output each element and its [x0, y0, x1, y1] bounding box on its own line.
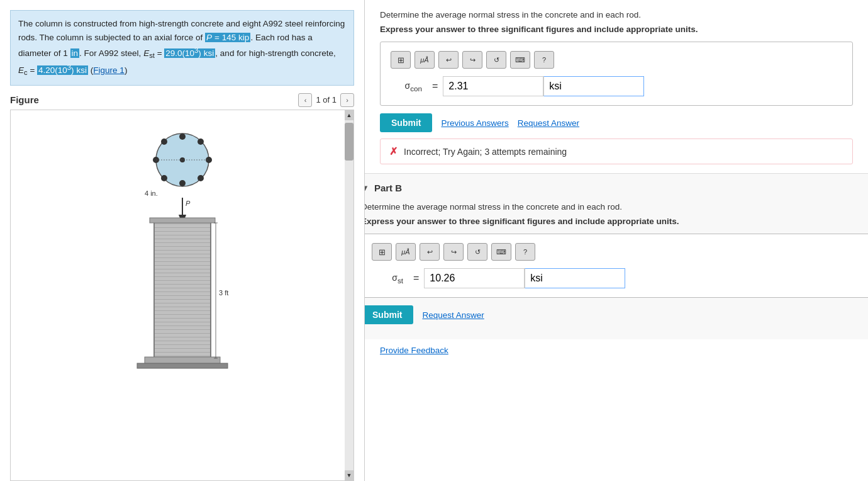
ksi2-highlight: ksi	[75, 65, 89, 75]
part-b-equals: =	[413, 273, 419, 284]
part-b-submit-btn[interactable]: Submit	[365, 305, 413, 324]
part-b-mu-tool-btn[interactable]: μÅ	[396, 243, 416, 261]
equals-highlight: =	[213, 33, 221, 42]
part-b-refresh-btn[interactable]: ↺	[467, 243, 487, 261]
part-b-description: Determine the average normal stress in t…	[365, 202, 868, 212]
part-a-submit-btn[interactable]: Submit	[380, 113, 432, 132]
part-b-undo-btn[interactable]: ↩	[420, 243, 440, 261]
part-a-sigma-label: σcon	[391, 81, 422, 93]
svg-point-4	[198, 175, 204, 181]
scroll-down-btn[interactable]: ▼	[345, 470, 353, 480]
figure-nav-text: 1 of 1	[316, 95, 337, 105]
svg-point-1	[179, 133, 186, 140]
part-a-submit-row: Submit Previous Answers Request Answer	[380, 113, 853, 132]
svg-point-8	[161, 139, 167, 145]
part-a-express-note: Express your answer to three significant…	[380, 25, 853, 34]
part-b-keyboard-btn[interactable]: ⌨	[491, 243, 511, 261]
part-b-redo-btn[interactable]: ↪	[443, 243, 464, 261]
right-panel: Determine the average normal stress in t…	[365, 0, 868, 481]
svg-point-2	[198, 139, 204, 145]
error-box: ✗ Incorrect; Try Again; 3 attempts remai…	[380, 139, 853, 164]
value-highlight: 145 kip	[221, 33, 251, 42]
scroll-track: ▲ ▼	[345, 110, 353, 480]
part-b-sigma-label: σst	[372, 273, 403, 285]
part-b-express-note: Express your answer to three significant…	[365, 217, 868, 226]
est-highlight: 29.0(103)	[164, 48, 203, 58]
error-icon: ✗	[389, 145, 398, 157]
keyboard-btn[interactable]: ⌨	[510, 51, 530, 69]
svg-rect-19	[150, 218, 215, 223]
figure-next-btn[interactable]: ›	[340, 93, 354, 107]
in-highlight: in	[70, 48, 80, 58]
part-b-input-row: σst =	[372, 268, 861, 288]
prev-answers-link[interactable]: Previous Answers	[441, 118, 508, 128]
mu-tool-btn[interactable]: μÅ	[415, 51, 435, 69]
redo-btn[interactable]: ↪	[462, 51, 482, 69]
part-b-answer-input[interactable]	[424, 268, 525, 288]
help-btn[interactable]: ?	[534, 51, 554, 69]
part-b-toolbar: ⊞ μÅ ↩ ↪ ↺ ⌨ ?	[372, 243, 861, 261]
figure-title: Figure	[10, 94, 39, 105]
part-b-title: Part B	[374, 183, 402, 193]
error-message: Incorrect; Try Again; 3 attempts remaini…	[404, 147, 567, 157]
part-a-description: Determine the average normal stress in t…	[380, 10, 853, 20]
svg-point-5	[179, 180, 186, 186]
ec-highlight: 4.20(103)	[37, 65, 75, 75]
figure-container: ▲ ▼	[10, 110, 354, 481]
svg-text:4 in.: 4 in.	[145, 190, 158, 197]
part-b-section: ▼ Part B Determine the average normal st…	[365, 173, 868, 339]
svg-point-6	[161, 175, 167, 181]
column-figure-svg: 4 in. P	[82, 125, 283, 390]
scroll-thumb[interactable]	[345, 123, 353, 161]
part-b-collapse-icon[interactable]: ▼	[365, 183, 369, 193]
part-b-header: ▼ Part B	[365, 183, 868, 193]
svg-rect-21	[137, 363, 228, 368]
part-b-submit-row: Submit Request Answer	[365, 305, 868, 324]
refresh-btn[interactable]: ↺	[486, 51, 506, 69]
part-a-input-row: σcon =	[391, 76, 842, 96]
part-b-unit-input[interactable]	[525, 268, 625, 288]
part-b-grid-tool-btn[interactable]: ⊞	[372, 243, 392, 261]
part-b-answer-box: ⊞ μÅ ↩ ↪ ↺ ⌨ ? σst =	[365, 234, 868, 298]
grid-tool-btn[interactable]: ⊞	[391, 51, 411, 69]
problem-text: The column is constructed from high-stre…	[10, 10, 354, 86]
undo-btn[interactable]: ↩	[438, 51, 459, 69]
part-b-wrapper: ▼ Part B Determine the average normal st…	[365, 173, 868, 339]
part-b-request-answer-link[interactable]: Request Answer	[422, 310, 484, 320]
svg-text:P: P	[186, 200, 191, 207]
part-a-unit-input[interactable]	[543, 76, 644, 96]
figure-prev-btn[interactable]: ‹	[298, 93, 312, 107]
figure-link[interactable]: Figure 1	[93, 65, 125, 75]
figure-header: Figure ‹ 1 of 1 ›	[10, 93, 354, 107]
part-a-request-answer-link[interactable]: Request Answer	[518, 118, 579, 128]
part-a-toolbar: ⊞ μÅ ↩ ↪ ↺ ⌨ ?	[391, 51, 842, 69]
part-a-answer-input[interactable]	[443, 76, 543, 96]
svg-text:3 ft: 3 ft	[219, 289, 228, 297]
left-panel: The column is constructed from high-stre…	[0, 0, 365, 481]
part-b-help-btn[interactable]: ?	[515, 243, 535, 261]
figure-nav: ‹ 1 of 1 ›	[298, 93, 354, 107]
part-a-equals: =	[432, 81, 438, 92]
figure-inner: 4 in. P	[11, 110, 353, 402]
force-highlight: P	[205, 33, 213, 42]
svg-rect-17	[154, 220, 211, 358]
ksi1-highlight: ksi	[203, 48, 216, 58]
part-a-answer-box: ⊞ μÅ ↩ ↪ ↺ ⌨ ? σcon =	[380, 42, 853, 106]
scroll-up-btn[interactable]: ▲	[345, 110, 353, 120]
provide-feedback-link[interactable]: Provide Feedback	[380, 346, 448, 355]
